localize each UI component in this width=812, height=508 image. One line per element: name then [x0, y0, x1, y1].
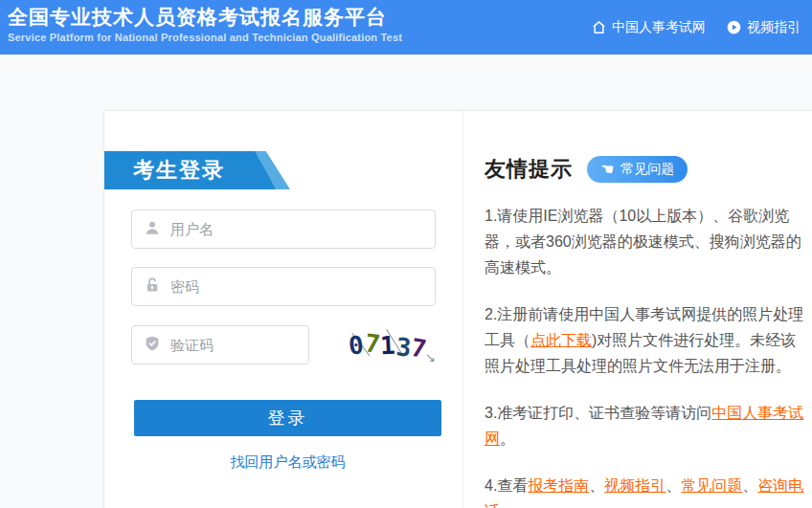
page-title: 全国专业技术人员资格考试报名服务平台 [8, 4, 387, 31]
main-card: 考生登录 ↘ 07137 登录 找回用户名或密码 [103, 110, 812, 508]
faq-button-label: 常见问题 [620, 161, 674, 178]
faq-button[interactable]: ☚ 常见问题 [587, 156, 688, 183]
nav-link-video[interactable]: 视频指引 [727, 19, 801, 36]
username-input[interactable] [170, 210, 435, 248]
tip-paragraph: 2.注册前请使用中国人事考试网提供的照片处理工具（点此下载)对照片文件进行处理。… [485, 301, 810, 379]
tip-link[interactable]: 视频指引 [604, 477, 665, 494]
play-circle-icon [727, 20, 741, 34]
captcha-image[interactable]: ↘ 07137 [337, 324, 439, 365]
lock-icon [144, 276, 161, 298]
tips-list: 1.请使用IE浏览器（10以上版本）、谷歌浏览器，或者360浏览器的极速模式、搜… [485, 203, 810, 508]
forgot-credentials-link[interactable]: 找回用户名或密码 [134, 453, 441, 472]
down-right-arrow-glyph: ↘ [425, 351, 436, 364]
user-icon [144, 219, 161, 240]
login-panel: 考生登录 ↘ 07137 登录 找回用户名或密码 [104, 111, 463, 508]
captcha-input[interactable] [170, 326, 361, 364]
nav-link-video-label: 视频指引 [747, 19, 801, 36]
tips-header: 友情提示 ☚ 常见问题 [485, 155, 688, 184]
nav-link-site-label: 中国人事考试网 [612, 19, 706, 36]
tip-text: 4.查看 [485, 477, 528, 494]
tip-paragraph: 1.请使用IE浏览器（10以上版本）、谷歌浏览器，或者360浏览器的极速模式、搜… [485, 203, 810, 280]
tip-text: 。 [500, 431, 515, 447]
login-panel-title: 考生登录 [133, 151, 225, 189]
password-input[interactable] [170, 268, 435, 305]
top-header-bar: 全国专业技术人员资格考试报名服务平台 Service Platform for … [0, 0, 812, 55]
tip-text: 、 [589, 477, 604, 494]
shield-check-icon [144, 335, 161, 356]
tips-title: 友情提示 [485, 155, 573, 184]
tip-link[interactable]: 报考指南 [528, 477, 589, 494]
home-icon [592, 20, 606, 34]
page-subtitle: Service Platform for National Profession… [8, 32, 402, 43]
tip-text: 3.准考证打印、证书查验等请访问 [485, 405, 711, 421]
tip-text: 、 [742, 477, 757, 494]
tip-paragraph: 4.查看报考指南、视频指引、常见问题、咨询电话。 [485, 473, 810, 508]
tip-text: 1.请使用IE浏览器（10以上版本）、谷歌浏览器，或者360浏览器的极速模式、搜… [485, 208, 801, 276]
username-field[interactable] [131, 210, 436, 249]
header-nav: 中国人事考试网 视频指引 [592, 0, 801, 55]
tip-paragraph: 3.准考证打印、证书查验等请访问中国人事考试网。 [485, 400, 810, 452]
nav-link-site[interactable]: 中国人事考试网 [592, 19, 706, 36]
pointing-hand-icon: ☚ [599, 161, 615, 178]
tip-link[interactable]: 常见问题 [681, 477, 742, 494]
tip-link[interactable]: 点此下载 [530, 332, 592, 348]
captcha-field[interactable] [131, 325, 309, 364]
captcha-digit: 0 [348, 332, 365, 358]
login-panel-banner: 考生登录 [104, 151, 291, 189]
tip-text: 、 [665, 477, 681, 494]
login-button[interactable]: 登录 [134, 400, 441, 436]
captcha-digit: 7 [363, 330, 381, 357]
password-field[interactable] [131, 267, 436, 306]
captcha-digit: 1 [380, 332, 396, 358]
tip-text: 。 [500, 503, 515, 508]
